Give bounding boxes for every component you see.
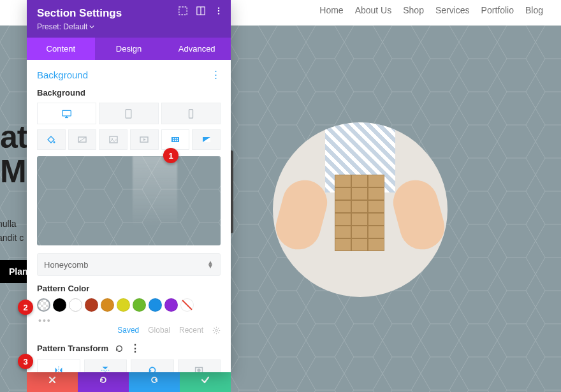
gear-icon[interactable] [212, 326, 221, 335]
preview-hex-icon [37, 156, 221, 245]
image-icon [108, 134, 119, 145]
device-tablet[interactable] [99, 103, 158, 124]
flip-horizontal[interactable] [37, 359, 80, 372]
flip-v-icon [99, 365, 111, 372]
undo-icon [98, 375, 108, 385]
swatch-purple[interactable] [164, 298, 178, 312]
svg-point-26 [215, 329, 217, 331]
pattern-color-label: Pattern Color [37, 284, 221, 293]
svg-point-6 [218, 13, 219, 14]
palette-tags: Saved Global Recent [37, 326, 221, 335]
tablet-icon [123, 108, 134, 119]
hero-image [273, 122, 448, 297]
pattern-select[interactable]: Honeycomb ▲▼ [37, 253, 221, 276]
close-icon [48, 375, 57, 384]
select-arrows-icon: ▲▼ [207, 261, 214, 268]
step-marker-1: 1 [163, 148, 178, 163]
svg-point-21 [173, 140, 174, 142]
tag-recent[interactable]: Recent [179, 326, 203, 335]
device-tabs [37, 103, 221, 124]
bg-mask[interactable] [192, 129, 221, 150]
section-options-icon[interactable]: ⋮ [211, 69, 221, 80]
color-swatches [37, 298, 221, 312]
device-phone[interactable] [161, 103, 221, 124]
svg-rect-17 [171, 137, 179, 142]
expand-icon[interactable] [178, 6, 187, 15]
flip-vertical[interactable] [84, 359, 127, 372]
device-desktop[interactable] [37, 103, 96, 124]
bg-gradient[interactable] [68, 129, 97, 150]
phone-icon [186, 108, 196, 119]
tag-global[interactable]: Global [148, 326, 170, 335]
tab-advanced[interactable]: Advanced [163, 38, 231, 60]
svg-point-4 [218, 7, 219, 8]
layout-icon[interactable] [196, 6, 205, 15]
check-icon [200, 375, 210, 385]
bg-type-tabs [37, 129, 221, 150]
transform-label: Pattern Transform [37, 344, 108, 353]
panel-tabs: Content Design Advanced [27, 38, 231, 60]
svg-point-22 [175, 140, 176, 142]
tab-design[interactable]: Design [95, 38, 163, 60]
hero-subtext: nulla andit c [0, 217, 28, 245]
svg-rect-10 [126, 109, 132, 118]
swatch-orange[interactable] [101, 298, 114, 312]
nav-home[interactable]: Home [319, 5, 343, 15]
transform-options-icon[interactable]: ⋮ [130, 342, 140, 354]
bg-video[interactable] [130, 129, 159, 150]
pattern-preview [37, 156, 221, 245]
background-label: Background [37, 88, 221, 98]
video-icon [139, 134, 149, 145]
swatch-red[interactable] [85, 298, 98, 312]
transform-row [37, 359, 221, 372]
svg-rect-11 [189, 109, 193, 118]
preset-selector[interactable]: Preset: Default [37, 22, 221, 31]
svg-point-18 [173, 138, 174, 140]
settings-panel: Section Settings Preset: Default Content… [27, 0, 231, 372]
more-swatches-icon[interactable]: ••• [38, 316, 221, 326]
invert-icon [193, 365, 205, 372]
svg-point-23 [177, 140, 178, 142]
tag-saved[interactable]: Saved [117, 326, 139, 335]
swatch-white[interactable] [69, 298, 82, 312]
svg-point-20 [177, 138, 178, 140]
svg-rect-25 [37, 156, 221, 245]
swatch-blue[interactable] [149, 298, 162, 312]
site-nav: Home About Us Shop Services Portfolio Bl… [319, 5, 543, 15]
swatch-yellow[interactable] [117, 298, 130, 312]
nav-services[interactable]: Services [435, 5, 470, 15]
nav-blog[interactable]: Blog [525, 5, 543, 15]
paint-icon [46, 134, 56, 145]
swatch-none[interactable] [180, 298, 194, 312]
svg-rect-1 [179, 7, 187, 15]
gradient-icon [77, 134, 87, 145]
svg-point-30 [198, 368, 201, 372]
nav-about[interactable]: About Us [355, 5, 392, 15]
svg-point-12 [54, 142, 55, 143]
redo-icon [149, 375, 159, 385]
more-icon[interactable] [214, 6, 223, 15]
step-marker-3: 3 [18, 354, 33, 369]
section-heading[interactable]: Background [37, 69, 88, 80]
reset-icon[interactable] [115, 344, 124, 353]
nav-portfolio[interactable]: Portfolio [481, 5, 514, 15]
desktop-icon [61, 108, 72, 119]
nav-shop[interactable]: Shop [403, 5, 424, 15]
step-marker-2: 2 [18, 300, 33, 315]
swatch-green[interactable] [133, 298, 146, 312]
swatch-black[interactable] [53, 298, 66, 312]
bg-color[interactable] [37, 129, 66, 150]
bg-pattern[interactable] [161, 129, 190, 150]
bg-image[interactable] [99, 129, 127, 150]
swatch-transparent[interactable] [37, 298, 50, 312]
flip-h-icon [53, 365, 64, 372]
chevron-down-icon [89, 24, 94, 29]
panel-body: Background ⋮ Background Honeycomb ▲▼ Pat… [27, 60, 231, 372]
tab-content[interactable]: Content [27, 38, 95, 60]
invert[interactable] [178, 359, 221, 372]
svg-point-5 [218, 10, 219, 11]
panel-header: Section Settings Preset: Default [27, 0, 231, 38]
rotate[interactable] [131, 359, 174, 372]
svg-rect-7 [62, 110, 71, 116]
pattern-icon [170, 134, 180, 145]
